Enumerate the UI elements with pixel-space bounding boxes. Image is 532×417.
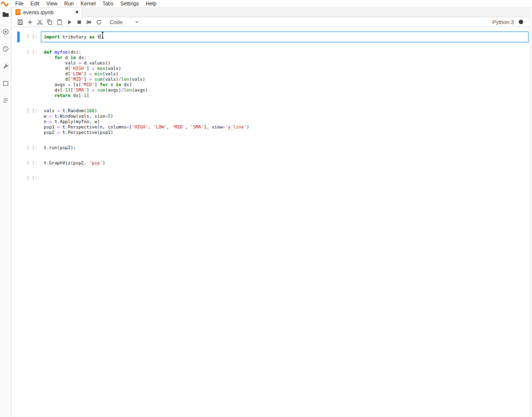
kernel-name[interactable]: Python 3 (493, 19, 514, 25)
copy-cells-button[interactable] (45, 18, 55, 27)
cell-editor[interactable]: t.GraphViz(psp2, 'psp') (41, 158, 529, 168)
notebook-tools-icon[interactable] (2, 63, 9, 70)
main-dock-panel: events.ipynb (11, 7, 532, 417)
code-line: avgs = [x['MID'] for x in ds] (44, 82, 526, 88)
code-line: import tributary as t (44, 34, 526, 40)
notebook-cells: [ ]:import tributary as t[ ]:def myfoo(d… (11, 29, 532, 186)
kernel-status-icon (519, 20, 523, 24)
open-tabs-icon[interactable] (2, 80, 9, 87)
scrollbar[interactable] (529, 7, 532, 417)
menu-run[interactable]: Run (61, 0, 77, 7)
code-line: vals = t.Random(100) (44, 108, 526, 114)
clipboard-icon (56, 19, 63, 26)
dock-tab-bar: events.ipynb (11, 7, 532, 17)
code-line: psp1 = t.Perspective(n, columns=['HIGH',… (44, 125, 526, 130)
file-browser-icon[interactable] (2, 11, 9, 18)
tab-events-ipynb[interactable]: events.ipynb (11, 7, 82, 17)
cut-cells-button[interactable] (35, 18, 45, 27)
add-cell-button[interactable] (25, 18, 35, 27)
copy-icon (46, 19, 53, 26)
code-line: d['HIGH'] = max(vals) (44, 66, 526, 71)
cell-prompt: [ ]: (20, 32, 41, 42)
tab-label: events.ipynb (23, 9, 54, 15)
code-line: return ds[-1] (44, 93, 526, 98)
cell-editor[interactable]: t.run(psp2); (41, 143, 529, 153)
scissors-icon (36, 19, 43, 26)
menu-settings[interactable]: Settings (117, 0, 142, 7)
code-line: t.run(psp2); (44, 145, 526, 151)
code-line: d['MID'] = sum(vals)/len(vals) (44, 77, 526, 82)
table-of-contents-icon[interactable] (2, 97, 9, 104)
interrupt-kernel-button[interactable] (74, 18, 84, 27)
notebook-cell[interactable]: [ ]:t.run(psp2); (11, 140, 532, 156)
restart-kernel-button[interactable] (94, 18, 104, 27)
code-line: t.GraphViz(psp2, 'psp') (44, 160, 526, 166)
menu-tabs[interactable]: Tabs (99, 0, 117, 7)
plus-icon (27, 19, 33, 26)
cell-editor[interactable] (41, 173, 529, 184)
menu-help[interactable]: Help (142, 0, 160, 7)
notebook-icon (15, 9, 21, 15)
notebook-cell[interactable]: [ ]:import tributary as t (11, 29, 532, 45)
cell-type-dropdown[interactable]: Code (110, 19, 140, 25)
cell-prompt: [ ]: (20, 158, 41, 168)
paste-cells-button[interactable] (55, 18, 64, 27)
kernel-indicator: Python 3 (493, 19, 528, 25)
notebook-area: [ ]:import tributary as t[ ]:def myfoo(d… (11, 27, 532, 417)
chevron-down-icon (134, 19, 140, 25)
code-line: def myfoo(ds): (44, 50, 526, 55)
code-line: w = t.Window(vals, size=5) (44, 114, 526, 119)
code-line: vals = d.values() (44, 61, 526, 66)
menu-edit[interactable]: Edit (27, 0, 43, 7)
code-line: d['LOW'] = min(vals) (44, 71, 526, 77)
notebook-cell[interactable]: [ ]:vals = t.Random(100)w = t.Window(val… (11, 103, 532, 140)
menu-file[interactable]: File (12, 0, 27, 7)
code-line: n = t.Apply(myfoo, w) (44, 119, 526, 125)
cell-editor[interactable]: import tributary as t (41, 32, 529, 42)
notebook-cell[interactable]: [ ]:def myfoo(ds): for d in ds: vals = d… (11, 45, 532, 103)
workspace: events.ipynb (0, 7, 532, 417)
stop-icon (76, 19, 83, 26)
code-line: ds[-1]['SMA'] = sum(avgs)/len(avgs) (44, 88, 526, 93)
cell-prompt: [ ]: (20, 47, 41, 101)
command-palette-icon[interactable] (2, 45, 9, 53)
menu-bar: File Edit View Run Kernel Tabs Settings … (0, 0, 532, 7)
notebook-toolbar: Code Python 3 (11, 17, 532, 27)
unsaved-changes-indicator[interactable] (76, 11, 78, 13)
save-button[interactable] (15, 18, 25, 27)
menu-kernel[interactable]: Kernel (77, 0, 99, 7)
cell-editor[interactable]: vals = t.Random(100)w = t.Window(vals, s… (41, 106, 529, 138)
code-line (44, 176, 526, 181)
save-icon (17, 19, 24, 26)
play-icon (66, 19, 73, 26)
run-cell-button[interactable] (64, 18, 74, 27)
code-line: for d in ds: (44, 55, 526, 61)
refresh-icon (95, 19, 102, 26)
code-line: psp2 = t.Perspective(psp1) (44, 130, 526, 135)
cell-editor[interactable]: def myfoo(ds): for d in ds: vals = d.val… (41, 47, 529, 101)
cell-type-value: Code (110, 19, 123, 25)
menu-view[interactable]: View (43, 0, 61, 7)
notebook-cell[interactable]: [ ]: (11, 171, 532, 186)
fast-forward-icon (86, 19, 93, 26)
app-logo-icon (1, 0, 9, 6)
notebook-cell[interactable]: [ ]:t.GraphViz(psp2, 'psp') (11, 156, 532, 171)
restart-run-all-button[interactable] (84, 18, 94, 27)
cell-prompt: [ ]: (20, 143, 41, 153)
running-kernels-icon[interactable] (2, 28, 9, 35)
text-caret (100, 34, 100, 39)
cell-prompt: [ ]: (20, 173, 41, 184)
left-sidebar (0, 7, 11, 417)
cell-prompt: [ ]: (20, 106, 41, 138)
